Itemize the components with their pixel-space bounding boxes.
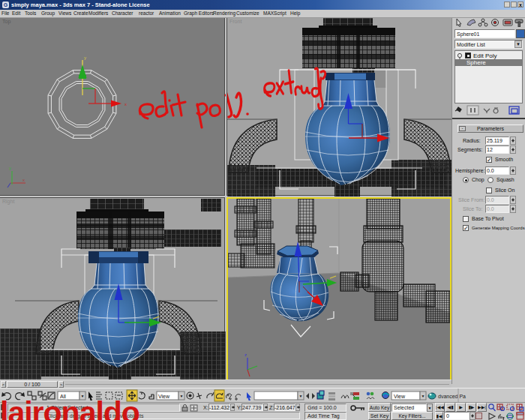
svg-text:View: View: [158, 394, 170, 399]
svg-text:y: y: [9, 166, 11, 170]
svg-text:z: z: [244, 352, 247, 357]
svg-text:View: View: [394, 394, 406, 399]
svg-text:▼: ▼: [180, 394, 184, 398]
svg-text:▼: ▼: [422, 394, 425, 398]
svg-text:▼: ▼: [299, 394, 303, 398]
svg-text:x: x: [124, 102, 127, 106]
svg-text:dvanced Pa: dvanced Pa: [438, 394, 466, 399]
svg-text:y: y: [84, 56, 86, 60]
svg-text:x: x: [22, 178, 25, 182]
